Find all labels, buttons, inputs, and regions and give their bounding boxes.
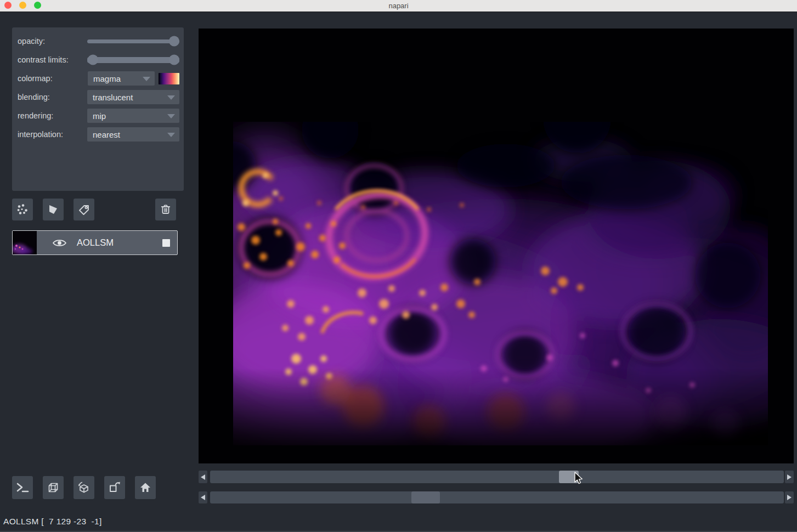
mouse-cursor <box>574 472 586 488</box>
ndisplay-cube-icon <box>47 481 60 494</box>
opacity-row: opacity: <box>18 32 179 50</box>
viewer-canvas[interactable] <box>199 29 794 463</box>
home-icon <box>139 481 152 494</box>
blending-dropdown[interactable]: translucent <box>87 90 179 104</box>
delete-layer-button[interactable] <box>155 199 176 220</box>
contrast-limits-row: contrast limits: <box>18 50 179 69</box>
console-icon <box>15 481 30 494</box>
chevron-down-icon <box>143 77 150 81</box>
roll-dimensions-icon <box>77 480 91 495</box>
chevron-down-icon <box>167 95 175 100</box>
opacity-slider[interactable] <box>87 39 179 43</box>
contrast-low-handle[interactable] <box>88 55 98 65</box>
blending-value: translucent <box>93 93 133 102</box>
dim-slider-0 <box>199 471 794 483</box>
interpolation-label: interpolation: <box>18 130 87 139</box>
layer-controls-panel: opacity: contrast limits: colormap: magm… <box>12 27 184 191</box>
contrast-limits-label: contrast limits: <box>18 55 87 64</box>
dim1-slider-track[interactable] <box>210 491 784 503</box>
opacity-label: opacity: <box>18 37 87 46</box>
layer-name: AOLLSM <box>77 237 162 248</box>
transpose-dimensions-button[interactable] <box>104 476 125 499</box>
eye-icon <box>52 238 67 248</box>
window-title: napari <box>0 2 797 10</box>
dim1-slider-handle[interactable] <box>411 491 440 503</box>
left-arrow-icon <box>201 474 205 480</box>
left-arrow-icon <box>201 495 205 500</box>
dim0-step-left-button[interactable] <box>199 471 207 483</box>
delete-icon <box>159 203 172 216</box>
blending-label: blending: <box>18 93 87 101</box>
contrast-limits-slider[interactable] <box>87 57 179 63</box>
dim1-step-right-button[interactable] <box>785 491 794 503</box>
colormap-row: colormap: magma <box>18 69 179 88</box>
titlebar: napari <box>0 0 797 12</box>
roll-dimensions-button[interactable] <box>74 476 94 499</box>
dim0-step-right-button[interactable] <box>785 471 794 483</box>
chevron-down-icon <box>167 114 175 118</box>
layer-buttons-row <box>12 199 178 220</box>
right-arrow-icon <box>787 474 792 480</box>
rendering-value: mip <box>93 111 106 121</box>
colormap-value: magma <box>93 74 121 83</box>
new-points-button[interactable] <box>12 199 33 220</box>
console-button[interactable] <box>12 476 33 499</box>
new-shapes-button[interactable] <box>43 199 64 220</box>
interpolation-dropdown[interactable]: nearest <box>87 127 179 142</box>
ndisplay-toggle-button[interactable] <box>43 476 64 499</box>
right-arrow-icon <box>787 495 792 500</box>
dim0-slider-track[interactable] <box>210 471 784 483</box>
transpose-dimensions-icon <box>108 480 122 495</box>
layer-selected-indicator[interactable] <box>162 239 170 247</box>
blending-row: blending: translucent <box>18 88 179 106</box>
rendering-dropdown[interactable]: mip <box>87 109 179 123</box>
visibility-toggle[interactable] <box>52 238 67 248</box>
dim-slider-1 <box>199 491 794 503</box>
rendering-label: rendering: <box>18 111 87 120</box>
colormap-label: colormap: <box>18 74 88 83</box>
layer-thumbnail <box>13 231 37 254</box>
home-button[interactable] <box>135 476 156 499</box>
points-icon <box>16 203 29 216</box>
status-bar: AOLLSM [ 7 129 -23 -1] <box>3 517 102 527</box>
shapes-icon <box>47 203 60 216</box>
dim1-step-left-button[interactable] <box>199 491 207 503</box>
interpolation-value: nearest <box>93 130 120 139</box>
opacity-slider-handle[interactable] <box>169 36 179 47</box>
layer-list-item-aollsm[interactable]: AOLLSM <box>12 230 178 255</box>
rendering-row: rendering: mip <box>18 106 179 125</box>
chevron-down-icon <box>167 133 175 137</box>
colormap-dropdown[interactable]: magma <box>88 71 155 86</box>
labels-icon <box>77 203 91 216</box>
napari-window: napari opacity: contrast limits: colorma… <box>0 0 797 532</box>
magma-gradient-swatch <box>159 73 179 84</box>
interpolation-row: interpolation: nearest <box>18 125 179 144</box>
new-labels-button[interactable] <box>74 199 94 220</box>
contrast-high-handle[interactable] <box>169 55 179 65</box>
